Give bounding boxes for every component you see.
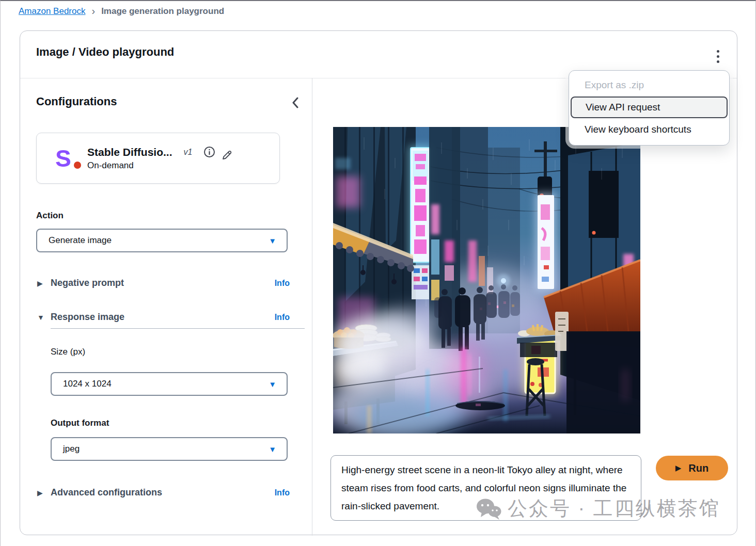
overflow-menu-button[interactable] <box>711 44 724 68</box>
advanced-config-info-link[interactable]: Info <box>275 488 290 497</box>
edit-model-button[interactable] <box>222 150 232 160</box>
info-icon <box>203 146 215 158</box>
section-divider <box>51 328 305 329</box>
output-format-label: Output format <box>51 418 109 428</box>
play-icon: ▶ <box>675 463 682 473</box>
breadcrumb-current: Image generation playground <box>101 6 224 17</box>
size-select[interactable]: 1024 x 1024 ▼ <box>51 372 288 396</box>
section-response-image[interactable]: ▼ Response image Info <box>37 312 290 323</box>
chevron-down-icon: ▼ <box>269 445 276 454</box>
pencil-icon <box>222 150 232 160</box>
configurations-title: Configurations <box>36 95 117 108</box>
menu-item-view-api-request[interactable]: View API request <box>571 97 728 118</box>
section-negative-prompt[interactable]: ▶ Negative prompt Info <box>37 278 290 288</box>
triangle-right-icon: ▶ <box>37 279 49 287</box>
response-image-info-link[interactable]: Info <box>275 313 290 322</box>
prompt-input[interactable]: High-energy street scene in a neon-lit T… <box>330 455 641 521</box>
model-version: v1 <box>184 148 193 157</box>
menu-item-export-zip[interactable]: Export as .zip <box>569 75 729 95</box>
run-button[interactable]: ▶ Run <box>656 456 728 480</box>
chevron-down-icon: ▼ <box>269 236 276 245</box>
section-advanced-configurations[interactable]: ▶ Advanced configurations Info <box>37 487 290 498</box>
breadcrumb: Amazon Bedrock › Image generation playgr… <box>19 6 224 17</box>
triangle-right-icon: ▶ <box>37 489 49 497</box>
model-selector-card[interactable]: S Stable Diffusio... v1 <box>36 133 280 184</box>
triangle-down-icon: ▼ <box>37 313 49 322</box>
chevron-left-icon <box>292 97 299 108</box>
playground-card: Image / Video playground Configurations … <box>20 30 737 535</box>
model-name: Stable Diffusio... <box>87 146 172 158</box>
action-select[interactable]: Generate image ▼ <box>36 229 288 252</box>
stability-ai-logo: S <box>55 147 85 170</box>
size-label: Size (px) <box>51 347 85 357</box>
model-info-button[interactable] <box>203 146 215 158</box>
overflow-menu: Export as .zip View API request View key… <box>569 70 730 146</box>
menu-item-view-keyboard-shortcuts[interactable]: View keyboard shortcuts <box>569 119 729 140</box>
breadcrumb-link-bedrock[interactable]: Amazon Bedrock <box>19 6 85 17</box>
output-format-select[interactable]: jpeg ▼ <box>51 437 288 461</box>
app-window: Amazon Bedrock › Image generation playgr… <box>0 0 756 546</box>
generated-image <box>333 127 640 433</box>
model-throughput: On-demand <box>87 160 232 171</box>
panel-divider <box>312 78 312 536</box>
negative-prompt-info-link[interactable]: Info <box>275 279 290 288</box>
page-title: Image / Video playground <box>36 45 174 59</box>
breadcrumb-separator-icon: › <box>91 6 95 16</box>
chevron-down-icon: ▼ <box>269 380 276 389</box>
action-label: Action <box>36 211 64 221</box>
collapse-panel-button[interactable] <box>289 96 302 109</box>
